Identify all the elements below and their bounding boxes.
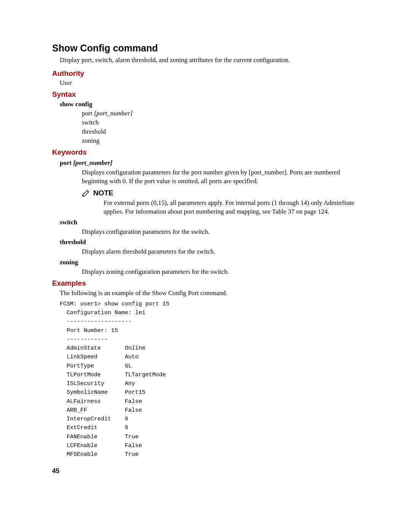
keyword-switch-body: Displays configuration parameters for th… bbox=[82, 228, 362, 236]
keyword-threshold-term: threshold bbox=[60, 238, 362, 247]
keyword-port-term-param: [port_number] bbox=[73, 159, 112, 166]
note-block: NOTE bbox=[82, 188, 362, 198]
section-keywords: Keywords bbox=[52, 147, 362, 157]
syntax-arg-zoning: zoning bbox=[82, 137, 362, 145]
pencil-icon bbox=[82, 190, 91, 197]
keyword-zoning-body: Displays zoning configuration parameters… bbox=[82, 268, 362, 276]
note-body: For external ports (0,15), all parameter… bbox=[104, 199, 362, 216]
section-authority: Authority bbox=[52, 69, 362, 78]
keyword-port-body: Displays configuration parameters for th… bbox=[82, 168, 362, 186]
page-number: 45 bbox=[52, 467, 59, 476]
examples-intro: The following is an example of the Show … bbox=[60, 289, 362, 298]
syntax-command: show config bbox=[60, 100, 362, 109]
section-syntax: Syntax bbox=[52, 89, 362, 99]
keyword-switch-term: switch bbox=[60, 218, 362, 227]
section-examples: Examples bbox=[52, 278, 362, 288]
syntax-arg-port: port [port_number] bbox=[82, 109, 362, 118]
syntax-arg-port-param: [port_number] bbox=[94, 110, 133, 117]
syntax-arg-threshold: threshold bbox=[82, 128, 362, 136]
keyword-zoning-term: zoning bbox=[60, 258, 362, 267]
keyword-threshold-body: Displays alarm threshold parameters for … bbox=[82, 248, 362, 256]
authority-value: User bbox=[60, 79, 362, 88]
note-label: NOTE bbox=[93, 189, 113, 197]
syntax-arg-port-prefix: port bbox=[82, 110, 94, 117]
syntax-arg-switch: switch bbox=[82, 118, 362, 127]
example-code-block: FCSM: user1> show config port 15 Configu… bbox=[60, 300, 362, 459]
command-description: Display port, switch, alarm threshold, a… bbox=[60, 56, 362, 65]
syntax-args: port [port_number] switch threshold zoni… bbox=[82, 109, 362, 145]
command-title: Show Config command bbox=[52, 42, 362, 55]
keyword-port-term: port [port_number] bbox=[60, 159, 362, 168]
document-page: Show Config command Display port, switch… bbox=[0, 0, 411, 459]
keyword-port-term-prefix: port bbox=[60, 159, 73, 166]
